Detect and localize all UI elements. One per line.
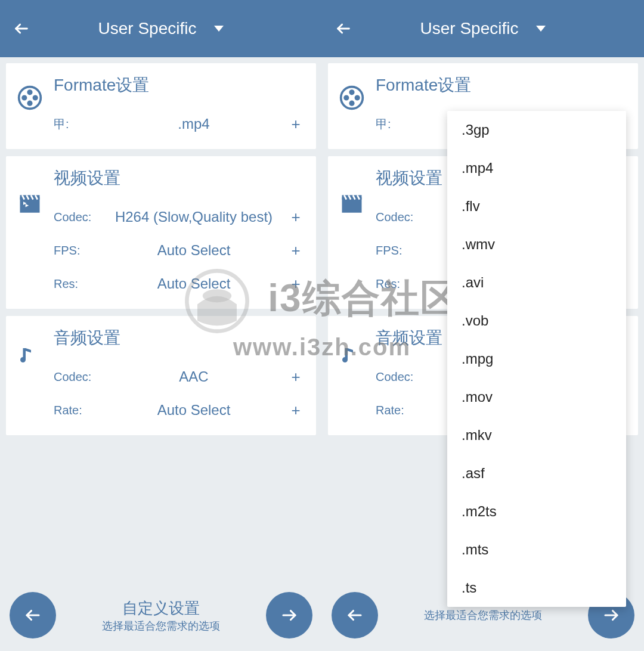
plus-icon[interactable]: + <box>286 115 305 134</box>
appbar-title-dropdown[interactable]: User Specific <box>358 19 608 38</box>
arrow-right-icon <box>602 606 620 624</box>
format-dropdown: .3gp .mp4 .flv .wmv .avi .vob .mpg .mov … <box>447 111 626 607</box>
video-row-fps[interactable]: FPS: Auto Select + <box>54 234 305 267</box>
format-row-0-label: 甲: <box>376 116 423 132</box>
bottom-center: 自定义设置 选择最适合您需求的选项 <box>56 598 266 633</box>
format-option-mp4[interactable]: .mp4 <box>447 149 626 187</box>
bottom-title: 自定义设置 <box>56 598 266 619</box>
format-title: Formate设置 <box>376 74 627 97</box>
video-row-res[interactable]: Res: Auto Select + <box>54 267 305 300</box>
format-row-0-value: .mp4 <box>101 116 286 132</box>
format-option-3gp[interactable]: .3gp <box>447 111 626 149</box>
format-option-flv[interactable]: .flv <box>447 187 626 225</box>
audio-row-rate[interactable]: Rate: Auto Select + <box>54 393 305 427</box>
bottom-bar: 自定义设置 选择最适合您需求的选项 <box>0 579 322 651</box>
appbar-title-text: User Specific <box>98 19 197 38</box>
audio-card: 音频设置 Codec: AAC + Rate: Auto Select + <box>6 316 316 435</box>
next-button[interactable] <box>266 592 312 638</box>
svg-point-2 <box>28 91 32 94</box>
appbar: User Specific <box>322 0 644 57</box>
prev-button[interactable] <box>10 592 56 638</box>
audio-codec-label: Codec: <box>54 370 101 384</box>
format-option-m2ts[interactable]: .m2ts <box>447 492 626 531</box>
format-option-vob[interactable]: .vob <box>447 302 626 340</box>
svg-point-11 <box>345 96 348 100</box>
audio-rate-value: Auto Select <box>101 402 286 418</box>
arrow-left-icon <box>335 20 352 37</box>
music-note-icon <box>339 327 365 427</box>
caret-down-icon <box>214 26 224 32</box>
screen-right: User Specific Formate设置 甲: <box>322 0 644 651</box>
video-res-value: Auto Select <box>101 275 286 292</box>
back-button[interactable] <box>7 20 36 37</box>
bottom-subtitle: 选择最适合您需求的选项 <box>378 608 588 622</box>
screen-left: User Specific Formate设置 甲: .mp4 + <box>0 0 322 651</box>
prev-button[interactable] <box>332 592 378 638</box>
svg-point-4 <box>33 96 37 100</box>
svg-point-3 <box>23 96 26 100</box>
arrow-right-icon <box>280 606 298 624</box>
svg-point-12 <box>355 96 359 100</box>
video-card: 视频设置 Codec: H264 (Slow,Quality best) + F… <box>6 156 316 309</box>
back-button[interactable] <box>329 20 358 37</box>
video-fps-value: Auto Select <box>101 242 286 259</box>
clapperboard-icon <box>17 167 43 300</box>
clapperboard-icon <box>339 167 365 300</box>
appbar-title-text: User Specific <box>420 19 519 38</box>
plus-icon[interactable]: + <box>286 241 305 260</box>
film-reel-icon <box>339 74 365 141</box>
appbar-title-dropdown[interactable]: User Specific <box>36 19 286 38</box>
video-codec-value: H264 (Slow,Quality best) <box>101 209 286 225</box>
format-row-0[interactable]: 甲: .mp4 + <box>54 107 305 141</box>
plus-icon[interactable]: + <box>286 275 305 293</box>
format-option-wmv[interactable]: .wmv <box>447 225 626 264</box>
music-note-icon <box>17 327 43 427</box>
format-row-0-label: 甲: <box>54 116 101 132</box>
plus-icon[interactable]: + <box>286 368 305 386</box>
audio-title: 音频设置 <box>54 327 305 349</box>
content-area: Formate设置 甲: .mp4 + 视频设置 Codec: H264 (Sl… <box>0 57 322 579</box>
bottom-subtitle: 选择最适合您需求的选项 <box>56 619 266 633</box>
video-codec-label: Codec: <box>54 210 101 224</box>
format-card: Formate设置 甲: .mp4 + <box>6 63 316 149</box>
plus-icon[interactable]: + <box>286 208 305 227</box>
audio-rate-label: Rate: <box>54 404 101 417</box>
format-option-avi[interactable]: .avi <box>447 264 626 302</box>
format-option-mts[interactable]: .mts <box>447 531 626 569</box>
caret-down-icon <box>536 26 546 32</box>
plus-icon[interactable]: + <box>286 401 305 420</box>
format-title: Formate设置 <box>54 74 305 97</box>
format-option-mov[interactable]: .mov <box>447 378 626 416</box>
svg-point-13 <box>350 101 354 105</box>
arrow-left-icon <box>24 606 42 624</box>
video-row-codec[interactable]: Codec: H264 (Slow,Quality best) + <box>54 200 305 234</box>
arrow-left-icon <box>13 20 30 37</box>
audio-codec-value: AAC <box>101 368 286 385</box>
video-title: 视频设置 <box>54 167 305 190</box>
video-fps-label: FPS: <box>54 244 101 258</box>
format-option-mpg[interactable]: .mpg <box>447 340 626 378</box>
format-option-mkv[interactable]: .mkv <box>447 416 626 454</box>
arrow-left-icon <box>346 606 364 624</box>
svg-point-5 <box>28 101 32 105</box>
format-option-ts[interactable]: .ts <box>447 569 626 607</box>
bottom-center: 选择最适合您需求的选项 <box>378 608 588 622</box>
appbar: User Specific <box>0 0 322 57</box>
video-res-label: Res: <box>54 277 101 291</box>
audio-row-codec[interactable]: Codec: AAC + <box>54 360 305 393</box>
film-reel-icon <box>17 74 43 141</box>
svg-point-10 <box>350 91 354 94</box>
format-option-asf[interactable]: .asf <box>447 454 626 492</box>
video-codec-label: Codec: <box>376 210 423 224</box>
